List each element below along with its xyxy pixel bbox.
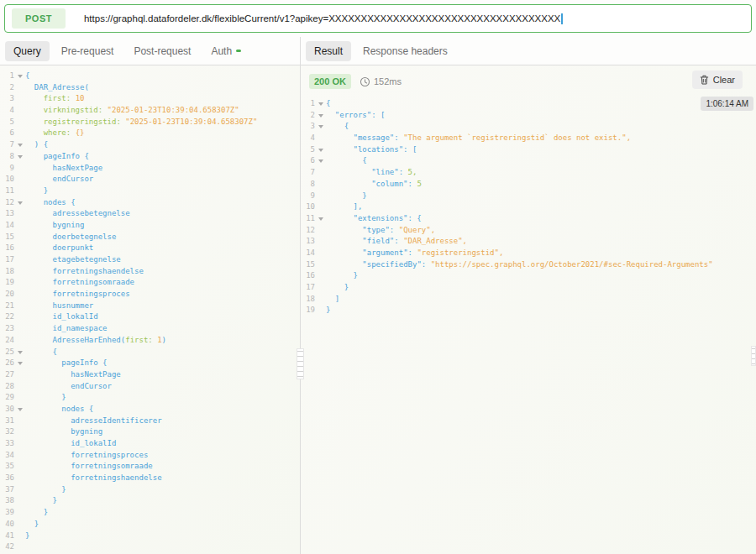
code-text: } — [25, 530, 29, 542]
fold-toggle — [14, 174, 25, 186]
line-number: 1 — [0, 71, 14, 82]
code-text: "specifiedBy": "https://spec.graphql.org… — [326, 259, 713, 271]
line-number: 36 — [0, 473, 14, 484]
tab-query[interactable]: Query — [5, 41, 50, 61]
code-line: 34 forretningsproces — [0, 450, 300, 462]
http-method-button[interactable]: POST — [12, 8, 66, 29]
line-number: 3 — [301, 121, 315, 133]
panel-resize-grip[interactable] — [297, 348, 304, 379]
fold-toggle[interactable] — [14, 151, 25, 163]
code-line: 22 id_lokalId — [0, 311, 300, 323]
code-line: 17 } — [301, 282, 756, 294]
fold-toggle — [14, 416, 25, 427]
url-input[interactable]: https://graphql.datafordeler.dk/flexible… — [84, 13, 563, 24]
code-line: 23 id_namespace — [0, 323, 300, 335]
code-line: 16 doerpunkt — [0, 243, 300, 254]
line-number: 31 — [0, 416, 14, 427]
fold-toggle — [315, 133, 326, 144]
fold-toggle[interactable] — [14, 197, 25, 209]
fold-toggle — [14, 82, 25, 94]
right-edge-resize-grip[interactable] — [751, 346, 756, 366]
code-line: 7 "line": 5, — [301, 167, 756, 179]
code-line: 37 } — [0, 484, 300, 496]
chevron-down-icon — [18, 408, 23, 411]
tab-post-request[interactable]: Post-request — [125, 41, 199, 61]
code-text: adresseIdentificerer — [25, 416, 162, 427]
tab-auth[interactable]: Auth — [202, 41, 249, 61]
code-line: 28 endCursor — [0, 381, 300, 393]
code-line: 19 forretningsomraade — [0, 277, 300, 289]
chevron-down-icon — [318, 102, 323, 106]
chevron-down-icon — [18, 155, 23, 159]
fold-toggle — [14, 426, 25, 438]
line-number: 6 — [301, 155, 315, 167]
chevron-down-icon — [18, 75, 23, 78]
line-number: 20 — [0, 289, 14, 301]
code-line: 24 AdresseHarEnhed(first: 1) — [0, 335, 300, 347]
chevron-down-icon — [318, 149, 323, 152]
code-line: 5 "locations": [ — [301, 144, 756, 156]
fold-toggle[interactable] — [14, 347, 25, 358]
code-line: 41} — [0, 530, 300, 542]
fold-toggle — [14, 117, 25, 128]
fold-toggle[interactable] — [315, 98, 326, 110]
tab-result[interactable]: Result — [306, 41, 351, 61]
line-number: 28 — [0, 381, 14, 393]
tab-query-label: Query — [13, 45, 41, 57]
line-number: 14 — [301, 248, 315, 259]
line-number: 14 — [0, 220, 14, 232]
code-text: hasNextPage — [25, 369, 121, 381]
code-text: id_namespace — [25, 323, 108, 335]
fold-toggle — [14, 220, 25, 232]
tab-pre-request-label: Pre-request — [61, 45, 114, 57]
fold-toggle — [14, 208, 25, 220]
line-number: 4 — [0, 105, 14, 117]
line-number: 41 — [0, 530, 14, 542]
fold-toggle — [14, 311, 25, 323]
code-line: 3 { — [301, 121, 756, 133]
code-line: 5 registreringstid: "2025-01-23T10:39:04… — [0, 117, 300, 128]
clock-icon — [360, 76, 370, 87]
line-number: 6 — [0, 128, 14, 139]
tab-pre-request[interactable]: Pre-request — [53, 41, 123, 61]
line-number: 9 — [301, 191, 315, 202]
fold-toggle[interactable] — [315, 121, 326, 133]
result-viewer[interactable]: 1{2 "errors": [3 {4 "message": "The argu… — [301, 98, 756, 316]
fold-toggle[interactable] — [14, 358, 25, 369]
code-text: id_lokalId — [25, 311, 98, 323]
fold-toggle — [14, 254, 25, 266]
fold-toggle — [315, 294, 326, 306]
fold-toggle[interactable] — [315, 213, 326, 225]
code-text: { — [25, 71, 29, 82]
fold-toggle[interactable] — [315, 144, 326, 156]
line-number: 5 — [301, 144, 315, 156]
fold-toggle[interactable] — [14, 71, 25, 82]
code-line: 18 forretningshaendelse — [0, 266, 300, 278]
fold-toggle[interactable] — [14, 139, 25, 151]
line-number: 8 — [0, 151, 14, 163]
line-number: 15 — [0, 232, 14, 243]
fold-toggle[interactable] — [315, 155, 326, 167]
line-number: 42 — [0, 541, 14, 553]
response-tabs: Result Response headers — [306, 37, 456, 65]
tab-response-headers-label: Response headers — [363, 45, 448, 57]
fold-toggle — [14, 530, 25, 542]
line-number: 10 — [301, 201, 315, 213]
url-text: https://graphql.datafordeler.dk/flexible… — [84, 13, 560, 24]
fold-toggle[interactable] — [14, 404, 25, 416]
fold-toggle — [14, 438, 25, 450]
query-editor[interactable]: 1{2 DAR_Adresse(3 first: 104 virkningsti… — [0, 65, 300, 554]
clear-button-label: Clear — [713, 75, 735, 85]
chevron-down-icon — [318, 217, 323, 221]
fold-toggle — [315, 248, 326, 259]
clear-button[interactable]: Clear — [692, 71, 743, 89]
code-text: endCursor — [25, 174, 93, 186]
line-number: 32 — [0, 426, 14, 438]
fold-toggle[interactable] — [315, 110, 326, 122]
code-text: { — [326, 121, 349, 133]
fold-toggle — [14, 289, 25, 301]
request-bar: POST https://graphql.datafordeler.dk/fle… — [4, 4, 752, 33]
code-line: 14 bygning — [0, 220, 300, 232]
code-text: "column": 5 — [326, 179, 422, 191]
tab-response-headers[interactable]: Response headers — [354, 41, 456, 61]
